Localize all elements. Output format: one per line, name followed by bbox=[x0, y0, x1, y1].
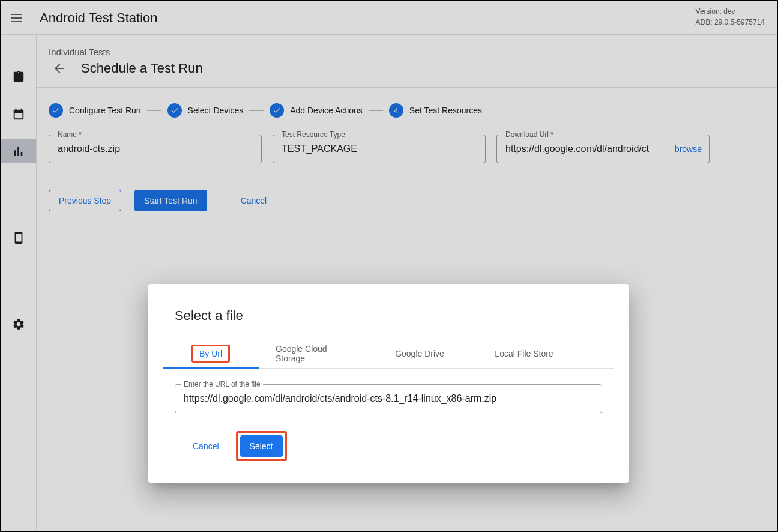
tab-label: By Url bbox=[199, 349, 222, 358]
tab-label: Local File Store bbox=[495, 349, 553, 358]
url-input[interactable] bbox=[184, 393, 593, 404]
tab-label: Google Cloud Storage bbox=[276, 344, 355, 363]
tab-label: Google Drive bbox=[395, 349, 444, 358]
highlight-box: Select bbox=[236, 431, 287, 461]
dialog-select-button[interactable]: Select bbox=[240, 435, 283, 457]
tab-local-file-store[interactable]: Local File Store bbox=[468, 339, 580, 368]
dialog-tabs: By Url Google Cloud Storage Google Drive… bbox=[163, 339, 614, 369]
tab-by-url[interactable]: By Url bbox=[163, 339, 259, 368]
highlight-box: By Url bbox=[191, 345, 230, 363]
tab-google-drive[interactable]: Google Drive bbox=[372, 339, 468, 368]
tab-google-cloud-storage[interactable]: Google Cloud Storage bbox=[259, 339, 372, 368]
dialog-title: Select a file bbox=[175, 308, 602, 324]
dialog-cancel-button[interactable]: Cancel bbox=[183, 435, 229, 457]
url-input-field[interactable]: Enter the URL of the file bbox=[175, 384, 602, 413]
dialog-actions: Cancel Select bbox=[175, 431, 602, 461]
url-input-label: Enter the URL of the file bbox=[181, 380, 263, 388]
select-file-dialog: Select a file By Url Google Cloud Storag… bbox=[148, 284, 629, 483]
